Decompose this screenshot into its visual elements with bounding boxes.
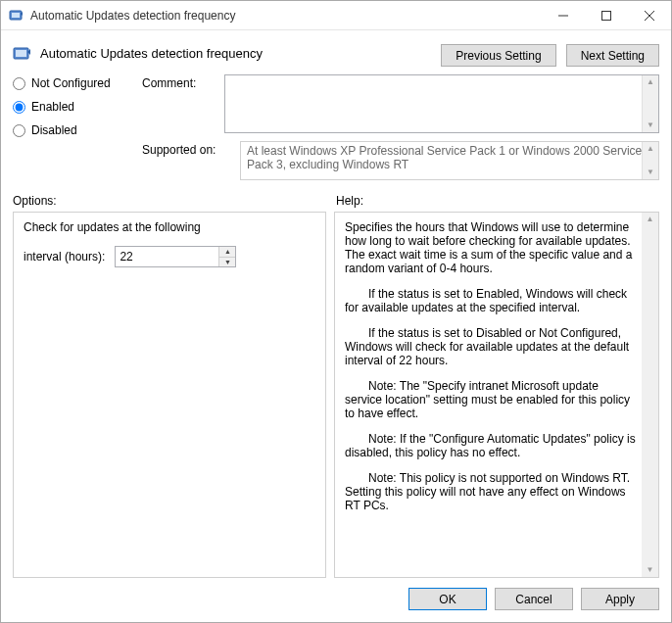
chevron-up-icon: ▲ <box>647 78 654 86</box>
policy-icon <box>13 44 32 64</box>
close-button[interactable] <box>628 1 671 29</box>
chevron-up-icon: ▲ <box>647 145 654 153</box>
supported-field: At least Windows XP Professional Service… <box>240 141 659 180</box>
radio-disabled-input[interactable] <box>13 124 25 137</box>
supported-row: Supported on: At least Windows XP Profes… <box>142 141 659 180</box>
radio-not-configured[interactable]: Not Configured <box>13 76 142 90</box>
page-title: Automatic Updates detection frequency <box>40 46 263 61</box>
help-p5: Note: If the "Configure Automatic Update… <box>345 432 637 459</box>
radio-label: Disabled <box>31 123 77 137</box>
options-text-line1: Check for updates at the following <box>24 220 315 234</box>
svg-rect-3 <box>602 11 611 20</box>
interval-stepper[interactable]: ▲ ▼ <box>115 246 236 267</box>
panes: Check for updates at the following inter… <box>1 212 671 578</box>
apply-button[interactable]: Apply <box>581 588 659 610</box>
header: Automatic Updates detection frequency Pr… <box>1 30 671 71</box>
app-icon <box>9 8 24 24</box>
state-radios: Not Configured Enabled Disabled <box>13 74 142 137</box>
supported-text: At least Windows XP Professional Service… <box>247 144 642 171</box>
radio-enabled-input[interactable] <box>13 101 25 114</box>
window-title: Automatic Updates detection frequency <box>30 9 542 23</box>
spinner-down[interactable]: ▼ <box>219 258 235 267</box>
chevron-down-icon: ▼ <box>647 121 654 129</box>
maximize-button[interactable] <box>585 1 628 29</box>
comment-row: Comment: ▲ ▼ <box>142 74 659 133</box>
ok-button[interactable]: OK <box>408 588 487 610</box>
supported-label: Supported on: <box>142 141 236 157</box>
previous-setting-button[interactable]: Previous Setting <box>441 44 555 67</box>
scrollbar[interactable]: ▲ ▼ <box>642 75 658 132</box>
help-p1: Specifies the hours that Windows will us… <box>345 220 637 275</box>
chevron-down-icon: ▼ <box>647 566 654 574</box>
help-pane: Specifies the hours that Windows will us… <box>334 212 659 578</box>
scrollbar[interactable]: ▲ ▼ <box>642 142 658 179</box>
comment-field[interactable] <box>225 75 641 132</box>
footer: OK Cancel Apply <box>1 578 671 622</box>
options-pane: Check for updates at the following inter… <box>13 212 326 578</box>
chevron-down-icon: ▼ <box>647 168 654 176</box>
comment-label: Comment: <box>142 74 220 90</box>
radio-not-configured-input[interactable] <box>13 77 25 90</box>
interval-label: interval (hours): <box>24 250 105 264</box>
title-controls <box>542 1 671 29</box>
spinner-up[interactable]: ▲ <box>219 247 235 258</box>
svg-rect-7 <box>16 50 26 57</box>
minimize-button[interactable] <box>542 1 585 29</box>
help-p2: If the status is set to Enabled, Windows… <box>345 287 637 314</box>
dialog-window: Automatic Updates detection frequency Au… <box>0 0 672 623</box>
radio-label: Not Configured <box>31 76 111 90</box>
radio-enabled[interactable]: Enabled <box>13 100 142 114</box>
radio-label: Enabled <box>31 100 74 114</box>
cancel-button[interactable]: Cancel <box>495 588 573 610</box>
svg-rect-1 <box>12 13 20 18</box>
help-text: Specifies the hours that Windows will us… <box>345 220 637 512</box>
config-area: Not Configured Enabled Disabled Comment:… <box>1 71 671 180</box>
help-p6: Note: This policy is not supported on Wi… <box>345 471 637 512</box>
options-label: Options: <box>13 194 336 208</box>
help-label: Help: <box>336 194 659 208</box>
titlebar: Automatic Updates detection frequency <box>1 1 671 30</box>
comment-field-wrap: ▲ ▼ <box>224 74 659 133</box>
spinner-buttons: ▲ ▼ <box>218 247 235 266</box>
help-p4: Note: The "Specify intranet Microsoft up… <box>345 379 637 420</box>
interval-input[interactable] <box>116 247 218 266</box>
scrollbar[interactable]: ▲ ▼ <box>642 213 658 577</box>
chevron-up-icon: ▲ <box>647 216 654 223</box>
radio-disabled[interactable]: Disabled <box>13 123 142 137</box>
help-p3: If the status is set to Disabled or Not … <box>345 326 637 367</box>
section-labels: Options: Help: <box>1 180 671 212</box>
next-setting-button[interactable]: Next Setting <box>566 44 659 67</box>
